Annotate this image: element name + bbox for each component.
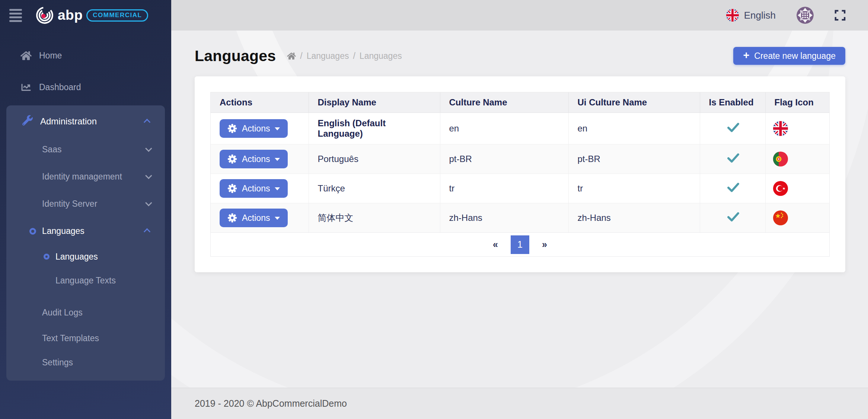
create-new-language-button[interactable]: + Create new language — [733, 47, 845, 65]
administration-menu-group: Administration Saas Identity management … — [6, 105, 165, 381]
sidebar-item-audit-logs[interactable]: Audit Logs — [6, 299, 165, 326]
sidebar-item-administration[interactable]: Administration — [6, 107, 165, 136]
brand-logo[interactable]: abp COMMERCIAL — [35, 6, 148, 25]
table-header-row: Actions Display Name Culture Name Ui Cul… — [211, 92, 829, 113]
caret-down-icon — [275, 127, 280, 130]
sidebar-item-label: Administration — [40, 116, 97, 127]
sidebar-item-identity-management[interactable]: Identity management — [6, 163, 165, 190]
sidebar-item-label: Dashboard — [39, 82, 81, 92]
column-header-flag-icon: Flag Icon — [765, 92, 829, 113]
cell-culture-name: tr — [440, 174, 568, 203]
row-actions-button[interactable]: Actions — [220, 119, 288, 138]
flag-portugal-icon — [773, 152, 788, 166]
current-language-label: English — [744, 10, 776, 21]
sidebar-item-identity-server[interactable]: Identity Server — [6, 190, 165, 218]
cell-display-name: Türkçe — [309, 174, 440, 203]
flag-united-kingdom-icon — [726, 9, 739, 22]
chevron-down-icon — [145, 199, 152, 206]
sidebar-item-label: Identity management — [42, 172, 122, 182]
avatar-image — [797, 7, 814, 24]
home-icon[interactable] — [287, 52, 296, 60]
column-header-actions: Actions — [211, 92, 309, 113]
pagination-next-button[interactable]: » — [538, 239, 551, 250]
sidebar-item-language-texts[interactable]: Language Texts — [6, 269, 165, 292]
languages-table: Actions Display Name Culture Name Ui Cul… — [211, 92, 829, 232]
pagination-page-1-button[interactable]: 1 — [511, 235, 529, 254]
column-header-is-enabled: Is Enabled — [700, 92, 765, 113]
cell-flag-icon — [765, 113, 829, 145]
actions-button-label: Actions — [242, 213, 270, 223]
languages-card: Actions Display Name Culture Name Ui Cul… — [195, 76, 845, 272]
table-row: Actions 简体中文 zh-Hans zh-Hans — [211, 203, 829, 233]
sidebar-nav: Home Dashboard Administration Saas — [0, 42, 171, 381]
sidebar-item-languages[interactable]: Languages — [6, 245, 165, 269]
wrench-icon — [22, 115, 33, 128]
sidebar-item-label: Saas — [42, 145, 61, 155]
menu-toggle-icon[interactable] — [9, 9, 22, 22]
cell-culture-name: pt-BR — [440, 145, 568, 174]
pagination-prev-button[interactable]: « — [489, 239, 502, 250]
chevron-down-icon — [145, 172, 152, 179]
gear-icon — [227, 124, 237, 133]
pagination: « 1 » — [211, 232, 829, 256]
sidebar-item-dashboard[interactable]: Dashboard — [0, 74, 171, 100]
cell-actions: Actions — [211, 203, 309, 233]
cell-flag-icon — [765, 145, 829, 174]
brand-name: abp — [58, 7, 83, 23]
sidebar-item-languages-group[interactable]: Languages — [6, 218, 165, 245]
column-header-display-name: Display Name — [309, 92, 440, 113]
cell-ui-culture-name: zh-Hans — [568, 203, 700, 233]
sidebar-item-label: Language Texts — [55, 276, 116, 286]
breadcrumb-separator: / — [300, 51, 302, 61]
app-window: abp COMMERCIAL Home Dashboard — [0, 0, 868, 419]
actions-button-label: Actions — [242, 124, 270, 134]
cell-ui-culture-name: tr — [568, 174, 700, 203]
cell-display-name: 简体中文 — [309, 203, 440, 233]
plus-icon: + — [743, 50, 749, 61]
sidebar-item-home[interactable]: Home — [0, 42, 171, 69]
chevron-up-icon — [144, 118, 150, 125]
create-button-label: Create new language — [754, 51, 836, 61]
cell-is-enabled — [700, 145, 765, 174]
actions-button-label: Actions — [242, 154, 270, 164]
table-row: Actions English (Default Language) en en — [211, 113, 829, 145]
fullscreen-button[interactable] — [835, 10, 846, 21]
breadcrumb-separator: / — [353, 51, 355, 61]
cell-is-enabled — [700, 203, 765, 233]
column-header-ui-culture-name: Ui Culture Name — [568, 92, 700, 113]
cell-flag-icon — [765, 203, 829, 233]
abp-logo-icon — [35, 6, 54, 25]
cell-actions: Actions — [211, 145, 309, 174]
sidebar-item-text-templates[interactable]: Text Templates — [6, 326, 165, 350]
breadcrumb-item[interactable]: Languages — [307, 51, 349, 61]
sidebar-item-settings[interactable]: Settings — [6, 350, 165, 375]
topbar: English — [171, 0, 868, 31]
check-icon — [727, 212, 740, 222]
cell-culture-name: zh-Hans — [440, 203, 568, 233]
check-icon — [727, 153, 740, 163]
cell-display-name: English (Default Language) — [309, 113, 440, 145]
dashboard-icon — [20, 83, 32, 92]
language-selector[interactable]: English — [726, 9, 776, 22]
main-content: Languages / Languages / Languages + Crea… — [171, 31, 868, 388]
gear-icon — [227, 213, 237, 223]
sidebar-item-saas[interactable]: Saas — [6, 136, 165, 163]
row-actions-button[interactable]: Actions — [220, 150, 288, 168]
cell-is-enabled — [700, 174, 765, 203]
row-actions-button[interactable]: Actions — [220, 179, 288, 198]
copyright-text: 2019 - 2020 © AbpCommercialDemo — [195, 398, 347, 409]
cell-flag-icon — [765, 174, 829, 203]
sidebar-item-label: Settings — [42, 358, 73, 368]
row-actions-button[interactable]: Actions — [220, 209, 288, 227]
footer: 2019 - 2020 © AbpCommercialDemo — [171, 388, 868, 419]
table-row: Actions Português pt-BR pt-BR — [211, 145, 829, 174]
cell-actions: Actions — [211, 174, 309, 203]
breadcrumb-item[interactable]: Languages — [360, 51, 402, 61]
home-icon — [20, 51, 32, 61]
cell-actions: Actions — [211, 113, 309, 145]
dot-icon — [29, 228, 36, 235]
chevron-up-icon — [144, 228, 150, 235]
user-avatar[interactable] — [797, 7, 814, 24]
cell-display-name: Português — [309, 145, 440, 174]
check-icon — [727, 122, 740, 133]
